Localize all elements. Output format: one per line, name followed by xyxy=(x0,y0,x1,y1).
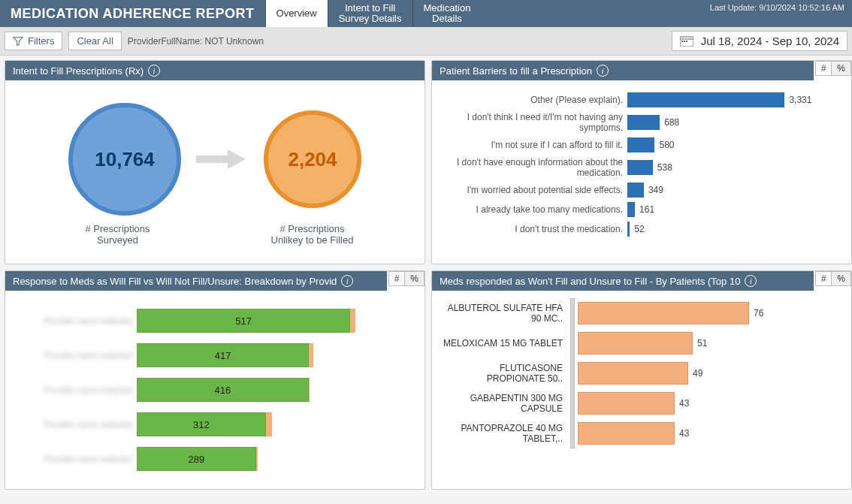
bar-fill[interactable] xyxy=(627,183,644,198)
bar-value: 349 xyxy=(644,185,663,195)
bar-value: 538 xyxy=(653,162,672,173)
tab-overview-label: Overview xyxy=(276,8,317,19)
bar-label-redacted: Provider name redacted xyxy=(13,351,137,360)
bar-label: I already take too many medications. xyxy=(440,204,627,215)
tab-medication-details[interactable]: Medication Details xyxy=(412,0,482,27)
filters-button[interactable]: Filters xyxy=(5,32,62,50)
panel2-toggle-hash[interactable]: # xyxy=(816,62,832,75)
bar-row: Provider name redacted312 xyxy=(13,412,417,436)
surveyed-value: 10,764 xyxy=(95,148,155,171)
panel3-title: Response to Meds as Will Fill vs Will No… xyxy=(13,276,337,287)
bar-fill-will-fill[interactable]: 312 xyxy=(137,412,266,436)
tab-intent-to-fill[interactable]: Intent to Fill Survey Details xyxy=(328,0,412,27)
bar-fill-will-fill[interactable]: 416 xyxy=(137,378,309,402)
panel4-toggle-hash[interactable]: # xyxy=(816,272,832,285)
date-range-picker[interactable]: Jul 18, 2024 - Sep 10, 2024 xyxy=(672,31,847,51)
bar-label-redacted: Provider name redacted xyxy=(13,420,137,429)
panel3-toggle-hash[interactable]: # xyxy=(389,272,405,285)
info-icon[interactable]: i xyxy=(148,65,160,77)
bar-track: 517 xyxy=(137,313,417,328)
panel4-title: Meds responded as Won't Fill and Unsure … xyxy=(440,276,740,287)
scrollbar-indicator[interactable] xyxy=(570,298,575,448)
panel3-toggle: # % xyxy=(388,271,424,286)
bar-fill[interactable] xyxy=(627,160,653,175)
bar-label: Other (Please explain). xyxy=(440,95,627,105)
panel4-chart: ALBUTEROL SULFATE HFA 90 MC..MELOXICAM 1… xyxy=(440,298,844,448)
arrow-right-icon xyxy=(196,148,249,171)
bar-fill[interactable] xyxy=(578,362,688,385)
bar-label: ALBUTEROL SULFATE HFA 90 MC.. xyxy=(440,298,567,328)
bar-fill[interactable] xyxy=(578,392,675,415)
panel2-header: Patient Barriers to fill a Prescription … xyxy=(432,61,814,80)
bar-fill-wont-fill[interactable] xyxy=(309,378,310,402)
bar-label-redacted: Provider name redacted xyxy=(13,316,137,325)
bar-value: 161 xyxy=(635,204,654,215)
bar-row: Provider name redacted517 xyxy=(13,309,417,333)
app-title: MEDICATION ADHERENCE REPORT xyxy=(0,0,265,27)
bar-row: Provider name redacted289 xyxy=(13,447,417,471)
bar-label: I don't have enough information about th… xyxy=(440,157,627,178)
filter-icon xyxy=(13,36,23,47)
bar-value: 688 xyxy=(660,117,679,128)
bar-fill-wont-fill[interactable] xyxy=(256,447,258,471)
unlikely-value: 2,204 xyxy=(288,148,337,171)
bar-label: I'm worried about potential side effects… xyxy=(440,185,627,195)
bar-fill-will-fill[interactable]: 289 xyxy=(137,447,256,471)
bar-value: 52 xyxy=(630,224,644,234)
panel4-toggle-pct[interactable]: % xyxy=(831,272,850,285)
bar-fill-will-fill[interactable]: 517 xyxy=(137,309,350,333)
last-update-label: Last Update: xyxy=(710,3,757,12)
bar-label: MELOXICAM 15 MG TABLET xyxy=(440,328,567,358)
bar-value: 49 xyxy=(688,368,702,379)
bar-value: 580 xyxy=(654,140,674,150)
info-icon[interactable]: i xyxy=(745,275,757,287)
bar-row: Provider name redacted416 xyxy=(13,378,417,402)
bar-fill-wont-fill[interactable] xyxy=(266,412,272,436)
bar-track: 349 xyxy=(627,183,844,198)
panel3-chart: Provider name redacted517Provider name r… xyxy=(5,291,424,489)
panel-meds-wont-fill: # % Meds responded as Won't Fill and Uns… xyxy=(431,270,852,490)
tab-med-line2: Details xyxy=(424,14,471,24)
info-icon[interactable]: i xyxy=(597,65,609,77)
filters-button-label: Filters xyxy=(28,35,54,47)
panel2-chart: Other (Please explain).3,331I don't thin… xyxy=(432,80,851,249)
panel1-header: Intent to Fill Prescriptions (Rx) i xyxy=(5,61,424,80)
clear-all-button[interactable]: Clear All xyxy=(68,32,121,50)
dashboard-grid: Intent to Fill Prescriptions (Rx) i 10,7… xyxy=(0,56,852,494)
app-header: MEDICATION ADHERENCE REPORT Overview Int… xyxy=(0,0,852,27)
bar-value: 76 xyxy=(749,308,763,318)
bar-fill-wont-fill[interactable] xyxy=(350,309,355,333)
bar-fill[interactable] xyxy=(578,332,693,355)
bar-value: 51 xyxy=(693,338,707,349)
bar-row: I'm not sure if I can afford to fill it.… xyxy=(440,137,844,152)
circle-surveyed: 10,764 xyxy=(68,103,181,216)
svg-rect-2 xyxy=(681,41,683,42)
bar-fill[interactable] xyxy=(627,92,784,107)
bar-track: 52 xyxy=(627,222,844,237)
bar-fill-wont-fill[interactable] xyxy=(309,343,313,367)
bar-fill[interactable] xyxy=(627,115,660,130)
panel1-title: Intent to Fill Prescriptions (Rx) xyxy=(13,65,144,77)
bar-fill-will-fill[interactable]: 417 xyxy=(137,343,309,367)
clear-all-label: Clear All xyxy=(77,35,113,47)
bar-fill[interactable] xyxy=(578,302,749,324)
bar-track: 580 xyxy=(627,137,844,152)
bar-value: 3,331 xyxy=(784,95,811,105)
bar-fill[interactable] xyxy=(627,137,654,152)
surveyed-label: # Prescriptions Surveyed xyxy=(50,223,186,246)
bar-track: 289 xyxy=(137,451,417,466)
tab-overview[interactable]: Overview xyxy=(265,0,328,27)
bar-label-redacted: Provider name redacted xyxy=(13,454,137,463)
bar-fill[interactable] xyxy=(578,422,675,445)
unlikely-label: # Prescriptions Unlikey to be Filled xyxy=(245,223,380,246)
bar-row: I don't have enough information about th… xyxy=(440,157,844,178)
tab-med-line1: Medication xyxy=(424,3,471,14)
panel2-toggle-pct[interactable]: % xyxy=(831,62,850,75)
bar-fill[interactable] xyxy=(627,202,635,217)
panel3-toggle-pct[interactable]: % xyxy=(404,272,424,285)
filter-bar: Filters Clear All ProviderFullName: NOT … xyxy=(0,27,852,56)
bar-value: 43 xyxy=(675,428,689,439)
info-icon[interactable]: i xyxy=(341,275,353,287)
bar-track: 161 xyxy=(627,202,844,217)
bar-row: I already take too many medications.161 xyxy=(440,202,844,217)
